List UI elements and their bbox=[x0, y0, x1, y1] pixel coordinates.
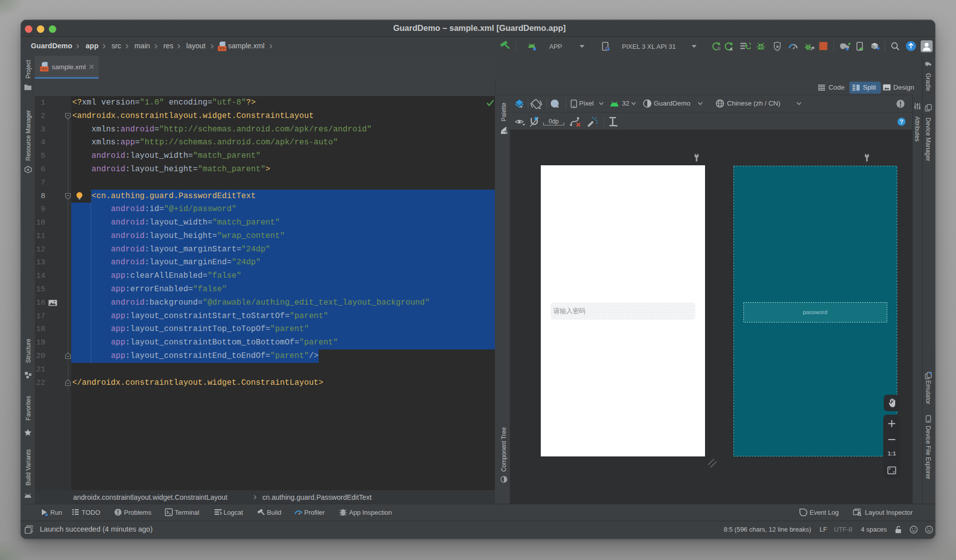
svg-text:A: A bbox=[729, 47, 733, 51]
svg-text:0dp: 0dp bbox=[549, 118, 559, 125]
svg-text:?: ? bbox=[900, 118, 903, 125]
svg-text:<>: <> bbox=[220, 46, 225, 51]
svg-text:<>: <> bbox=[42, 67, 47, 72]
